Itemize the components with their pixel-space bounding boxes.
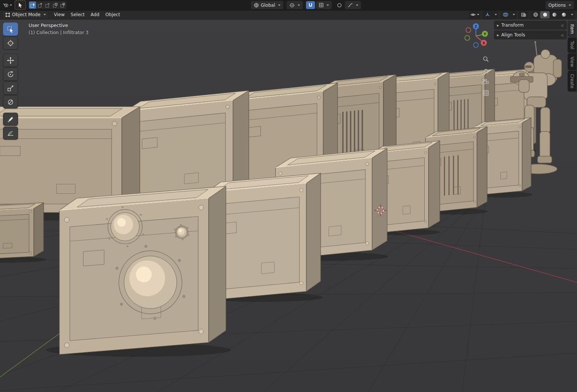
menu-object[interactable]: Object — [102, 10, 123, 19]
show-gizmo-toggle[interactable] — [483, 11, 492, 18]
viewport-perspective-label: User Perspective — [29, 23, 68, 28]
menu-view[interactable]: View — [51, 10, 68, 19]
tab-view[interactable]: View — [568, 53, 577, 70]
tool-scale-button[interactable] — [3, 81, 18, 95]
viewport-3d[interactable] — [0, 0, 577, 392]
crate-model[interactable] — [0, 203, 47, 263]
panel-section-transform[interactable]: ▸ Transform ⩿ — [494, 21, 567, 30]
pan-button[interactable] — [482, 66, 490, 74]
axis-z-neg-ball[interactable] — [474, 43, 479, 48]
chevron-down-icon — [327, 5, 329, 6]
tab-item[interactable]: Item — [568, 21, 577, 37]
show-overlays-toggle[interactable] — [501, 11, 510, 18]
solid-sphere-icon — [542, 12, 548, 17]
options-label: Options — [548, 3, 566, 8]
camera-view-button[interactable] — [482, 77, 490, 86]
shading-material-button[interactable] — [550, 11, 559, 18]
chevron-down-icon — [477, 14, 479, 15]
axis-x-neg-ball[interactable] — [466, 28, 471, 33]
shading-dropdown[interactable] — [568, 11, 574, 18]
overlays-icon — [503, 12, 509, 17]
toolbar — [3, 23, 18, 140]
eye-icon — [470, 12, 476, 17]
select-mode-group — [29, 1, 67, 9]
sidebar-panel: ▸ Transform ⩿ ▸ Align Tools ⩿ — [494, 21, 567, 40]
expand-arrow-icon: ▸ — [497, 23, 499, 28]
grip-icon[interactable]: ⩿ — [561, 33, 564, 37]
chevron-down-icon — [571, 14, 573, 15]
active-tool-indicator[interactable] — [15, 0, 26, 10]
overlays-dropdown[interactable] — [510, 11, 516, 18]
tool-annotate-button[interactable] — [3, 113, 18, 126]
mode-dropdown[interactable]: Object Mode — [2, 11, 49, 19]
crate-model[interactable] — [46, 186, 231, 357]
tool-cursor-button[interactable] — [3, 36, 18, 50]
viewport-header: Object Mode View Select Add Object — [0, 10, 577, 20]
gizmo-dropdown[interactable] — [492, 11, 498, 18]
tool-select-box-button[interactable] — [3, 23, 18, 36]
blender-menu-button[interactable] — [3, 1, 12, 9]
axis-y-label: Y — [483, 32, 486, 36]
snap-increment-icon — [319, 3, 324, 8]
tool-move-button[interactable] — [3, 54, 18, 67]
panel-section-align-tools[interactable]: ▸ Align Tools ⩿ — [494, 30, 567, 39]
snap-toggle[interactable] — [306, 1, 315, 9]
measure-icon — [7, 130, 14, 137]
shading-solid-button[interactable] — [540, 11, 550, 18]
section-label-align-tools: Align Tools — [501, 32, 525, 38]
proportional-falloff-dropdown[interactable] — [345, 1, 361, 9]
select-mode-extend-button[interactable] — [36, 2, 44, 9]
axis-y-neg-ball[interactable] — [465, 36, 470, 41]
expand-arrow-icon: ▸ — [497, 33, 499, 38]
chevron-down-icon — [278, 5, 280, 6]
select-mode-intersect-button[interactable] — [59, 2, 66, 9]
transform-orientation-dropdown[interactable]: Global — [251, 1, 283, 9]
magnifier-icon — [483, 56, 489, 62]
select-intersect-icon — [60, 3, 65, 8]
select-invert-icon — [53, 3, 58, 8]
snap-settings-dropdown[interactable] — [316, 1, 332, 9]
blender-logo-icon — [3, 2, 9, 8]
ortho-toggle-button[interactable] — [482, 89, 490, 97]
annotate-pen-icon — [7, 116, 14, 123]
viewport-breadcrumb: (1) Collection | Infiltrator 3 — [29, 30, 88, 35]
xray-toggle[interactable] — [519, 11, 528, 18]
proportional-circle-icon — [337, 3, 342, 8]
falloff-curve-icon — [348, 3, 353, 8]
globe-icon — [254, 3, 259, 8]
tab-create[interactable]: Create — [568, 71, 577, 92]
tab-tool[interactable]: Tool — [568, 38, 577, 53]
object-visibility-dropdown[interactable] — [469, 11, 480, 18]
select-mode-invert-button[interactable] — [51, 2, 59, 9]
options-dropdown[interactable]: Options — [545, 1, 574, 9]
material-sphere-icon — [552, 12, 557, 17]
transform-pivot-dropdown[interactable] — [286, 1, 303, 9]
camera-icon — [482, 78, 489, 85]
menu-add[interactable]: Add — [88, 10, 102, 19]
menu-select[interactable]: Select — [68, 10, 88, 19]
chevron-down-icon — [513, 14, 515, 15]
axis-z-label: Z — [475, 25, 477, 29]
tool-transform-button[interactable] — [3, 95, 18, 109]
move-icon — [7, 57, 14, 64]
scale-icon — [7, 84, 14, 92]
chevron-down-icon — [298, 5, 300, 6]
gizmo-icon — [485, 12, 490, 17]
select-mode-subtract-button[interactable] — [44, 2, 51, 9]
tool-rotate-button[interactable] — [3, 68, 18, 81]
select-mode-set-button[interactable] — [29, 2, 36, 9]
shading-wireframe-button[interactable] — [531, 11, 540, 18]
orientation-label: Global — [261, 3, 275, 8]
navigation-gizmo[interactable]: Z Y X — [461, 20, 492, 52]
transform-icon — [7, 98, 14, 106]
select-cursor-icon — [17, 2, 23, 8]
select-subtract-icon — [45, 3, 50, 8]
shading-rendered-button[interactable] — [559, 11, 568, 18]
zoom-button[interactable] — [482, 55, 490, 63]
sidebar-tabs: Item Tool View Create — [568, 21, 577, 92]
3d-cursor-tool-icon — [7, 39, 14, 47]
proportional-editing-toggle[interactable] — [335, 1, 344, 9]
grip-icon[interactable]: ⩿ — [561, 23, 564, 27]
wireframe-sphere-icon — [533, 12, 538, 17]
tool-measure-button[interactable] — [3, 127, 18, 140]
